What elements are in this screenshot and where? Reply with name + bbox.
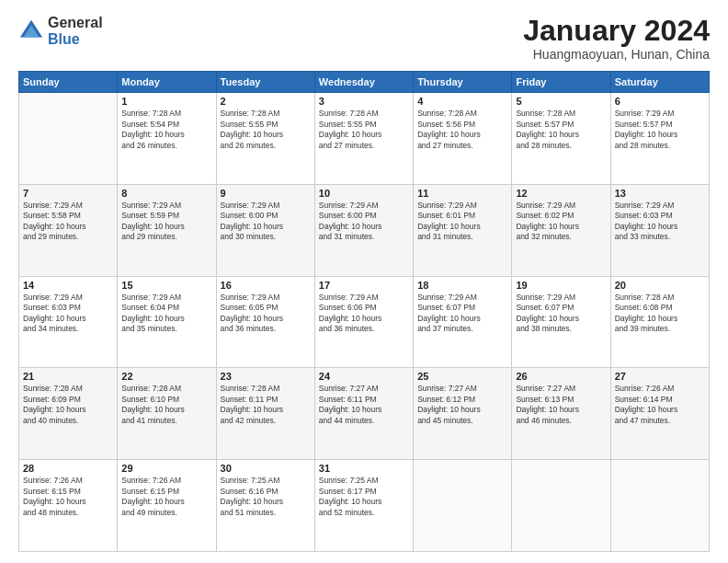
logo-blue: Blue [48,31,103,48]
logo: General Blue [18,15,103,47]
day-number: 21 [23,371,113,382]
day-info: Sunrise: 7:29 AM Sunset: 6:07 PM Dayligh… [516,293,606,335]
logo-general: General [48,15,103,31]
table-row: 13Sunrise: 7:29 AM Sunset: 6:03 PM Dayli… [610,184,709,276]
day-info: Sunrise: 7:28 AM Sunset: 6:08 PM Dayligh… [615,293,705,335]
table-row [19,93,118,185]
day-number: 25 [417,371,507,382]
table-row: 31Sunrise: 7:25 AM Sunset: 6:17 PM Dayli… [314,460,413,552]
day-number: 26 [516,371,606,382]
table-row: 5Sunrise: 7:28 AM Sunset: 5:57 PM Daylig… [512,93,610,185]
day-info: Sunrise: 7:29 AM Sunset: 6:05 PM Dayligh… [221,293,311,335]
day-number: 12 [516,188,606,199]
table-row: 17Sunrise: 7:29 AM Sunset: 6:06 PM Dayli… [314,276,413,368]
header-row: Sunday Monday Tuesday Wednesday Thursday… [19,72,710,93]
title-block: January 2024 Huangmaoyuan, Hunan, China [523,15,710,62]
day-number: 22 [121,371,211,382]
day-number: 9 [221,188,311,199]
table-row: 29Sunrise: 7:26 AM Sunset: 6:15 PM Dayli… [118,460,216,552]
table-row: 30Sunrise: 7:25 AM Sunset: 6:16 PM Dayli… [216,460,314,552]
day-number: 28 [23,463,113,474]
table-row: 24Sunrise: 7:27 AM Sunset: 6:11 PM Dayli… [314,368,413,460]
table-row: 27Sunrise: 7:26 AM Sunset: 6:14 PM Dayli… [610,368,709,460]
day-info: Sunrise: 7:29 AM Sunset: 6:02 PM Dayligh… [516,201,606,243]
day-info: Sunrise: 7:28 AM Sunset: 6:10 PM Dayligh… [121,384,211,426]
day-info: Sunrise: 7:28 AM Sunset: 5:57 PM Dayligh… [516,109,606,151]
day-info: Sunrise: 7:28 AM Sunset: 5:55 PM Dayligh… [221,109,311,151]
table-row: 18Sunrise: 7:29 AM Sunset: 6:07 PM Dayli… [414,276,512,368]
header: General Blue January 2024 Huangmaoyuan, … [18,15,710,62]
table-row: 11Sunrise: 7:29 AM Sunset: 6:01 PM Dayli… [414,184,512,276]
day-info: Sunrise: 7:29 AM Sunset: 6:07 PM Dayligh… [417,293,507,335]
day-info: Sunrise: 7:29 AM Sunset: 6:00 PM Dayligh… [319,201,409,243]
day-info: Sunrise: 7:28 AM Sunset: 5:55 PM Dayligh… [319,109,409,151]
header-sunday: Sunday [19,72,118,93]
page: General Blue January 2024 Huangmaoyuan, … [0,0,728,563]
table-row: 23Sunrise: 7:28 AM Sunset: 6:11 PM Dayli… [216,368,314,460]
day-info: Sunrise: 7:28 AM Sunset: 6:09 PM Dayligh… [23,384,113,426]
day-info: Sunrise: 7:29 AM Sunset: 6:01 PM Dayligh… [417,201,507,243]
table-row [414,460,512,552]
day-info: Sunrise: 7:25 AM Sunset: 6:17 PM Dayligh… [319,476,409,518]
day-number: 18 [417,280,507,291]
day-info: Sunrise: 7:26 AM Sunset: 6:15 PM Dayligh… [121,476,211,518]
day-info: Sunrise: 7:28 AM Sunset: 5:56 PM Dayligh… [417,109,507,151]
day-info: Sunrise: 7:29 AM Sunset: 6:03 PM Dayligh… [615,201,705,243]
day-number: 6 [615,96,705,107]
day-info: Sunrise: 7:28 AM Sunset: 5:54 PM Dayligh… [121,109,211,151]
logo-text: General Blue [48,15,103,47]
table-row: 19Sunrise: 7:29 AM Sunset: 6:07 PM Dayli… [512,276,610,368]
table-row: 7Sunrise: 7:29 AM Sunset: 5:58 PM Daylig… [19,184,118,276]
day-number: 8 [121,188,211,199]
table-row: 3Sunrise: 7:28 AM Sunset: 5:55 PM Daylig… [314,93,413,185]
table-row: 1Sunrise: 7:28 AM Sunset: 5:54 PM Daylig… [118,93,216,185]
table-row: 8Sunrise: 7:29 AM Sunset: 5:59 PM Daylig… [118,184,216,276]
day-info: Sunrise: 7:29 AM Sunset: 6:03 PM Dayligh… [23,293,113,335]
table-row [512,460,610,552]
calendar-title: January 2024 [523,15,710,47]
day-number: 31 [319,463,409,474]
day-number: 2 [221,96,311,107]
header-wednesday: Wednesday [314,72,413,93]
day-info: Sunrise: 7:29 AM Sunset: 5:57 PM Dayligh… [615,109,705,151]
day-info: Sunrise: 7:29 AM Sunset: 6:04 PM Dayligh… [121,293,211,335]
day-number: 11 [417,188,507,199]
table-row: 9Sunrise: 7:29 AM Sunset: 6:00 PM Daylig… [216,184,314,276]
day-info: Sunrise: 7:25 AM Sunset: 6:16 PM Dayligh… [221,476,311,518]
day-info: Sunrise: 7:29 AM Sunset: 6:06 PM Dayligh… [319,293,409,335]
day-number: 1 [121,96,211,107]
table-row: 16Sunrise: 7:29 AM Sunset: 6:05 PM Dayli… [216,276,314,368]
day-info: Sunrise: 7:29 AM Sunset: 5:58 PM Dayligh… [23,201,113,243]
day-info: Sunrise: 7:28 AM Sunset: 6:11 PM Dayligh… [221,384,311,426]
table-row: 2Sunrise: 7:28 AM Sunset: 5:55 PM Daylig… [216,93,314,185]
day-number: 10 [319,188,409,199]
table-row: 26Sunrise: 7:27 AM Sunset: 6:13 PM Dayli… [512,368,610,460]
day-number: 13 [615,188,705,199]
day-number: 19 [516,280,606,291]
table-row: 15Sunrise: 7:29 AM Sunset: 6:04 PM Dayli… [118,276,216,368]
day-number: 14 [23,280,113,291]
day-number: 29 [121,463,211,474]
day-info: Sunrise: 7:26 AM Sunset: 6:14 PM Dayligh… [615,384,705,426]
day-info: Sunrise: 7:29 AM Sunset: 6:00 PM Dayligh… [221,201,311,243]
day-number: 17 [319,280,409,291]
table-row: 4Sunrise: 7:28 AM Sunset: 5:56 PM Daylig… [414,93,512,185]
table-row: 28Sunrise: 7:26 AM Sunset: 6:15 PM Dayli… [19,460,118,552]
day-info: Sunrise: 7:27 AM Sunset: 6:13 PM Dayligh… [516,384,606,426]
day-number: 24 [319,371,409,382]
table-row: 6Sunrise: 7:29 AM Sunset: 5:57 PM Daylig… [610,93,709,185]
table-row: 20Sunrise: 7:28 AM Sunset: 6:08 PM Dayli… [610,276,709,368]
table-row: 21Sunrise: 7:28 AM Sunset: 6:09 PM Dayli… [19,368,118,460]
header-thursday: Thursday [414,72,512,93]
table-row: 10Sunrise: 7:29 AM Sunset: 6:00 PM Dayli… [314,184,413,276]
day-number: 7 [23,188,113,199]
day-info: Sunrise: 7:27 AM Sunset: 6:11 PM Dayligh… [319,384,409,426]
table-row: 25Sunrise: 7:27 AM Sunset: 6:12 PM Dayli… [414,368,512,460]
table-row: 14Sunrise: 7:29 AM Sunset: 6:03 PM Dayli… [19,276,118,368]
day-info: Sunrise: 7:29 AM Sunset: 5:59 PM Dayligh… [121,201,211,243]
table-row [610,460,709,552]
table-row: 12Sunrise: 7:29 AM Sunset: 6:02 PM Dayli… [512,184,610,276]
header-tuesday: Tuesday [216,72,314,93]
calendar-subtitle: Huangmaoyuan, Hunan, China [523,47,710,62]
day-number: 16 [221,280,311,291]
